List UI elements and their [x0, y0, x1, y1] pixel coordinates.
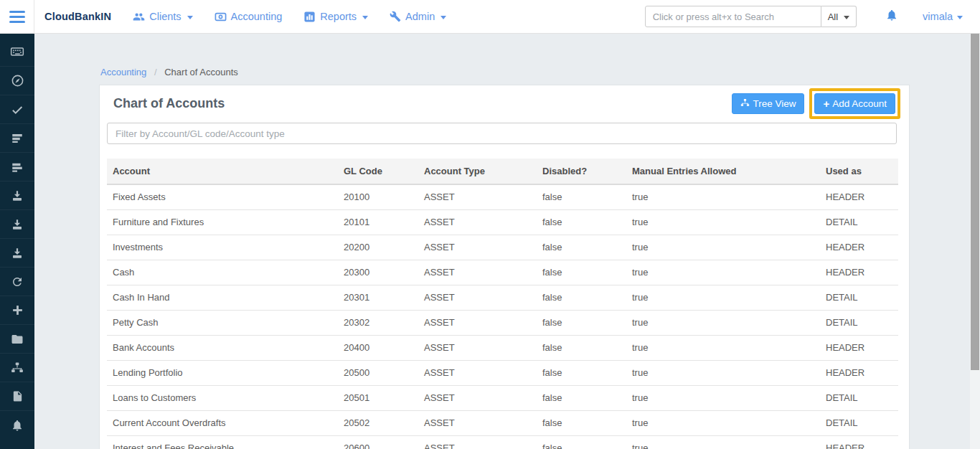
- cell-account-type: ASSET: [418, 385, 537, 410]
- breadcrumb-link-accounting[interactable]: Accounting: [100, 67, 146, 77]
- bell-icon: [11, 419, 24, 432]
- cell-account: Cash: [107, 260, 338, 285]
- bar-chart-icon: [303, 11, 316, 23]
- topbar-right: All vimala: [645, 6, 980, 27]
- cell-used-as: HEADER: [820, 360, 898, 385]
- sidebar-item-add[interactable]: [0, 296, 34, 324]
- table-row[interactable]: Current Account Overdrafts 20502 ASSET f…: [107, 410, 898, 435]
- vertical-scrollbar-track[interactable]: [970, 34, 980, 449]
- sidebar-item-keyboard[interactable]: [0, 37, 34, 66]
- cell-used-as: DETAIL: [820, 385, 898, 410]
- col-header-account-type: Account Type: [418, 159, 537, 184]
- chevron-down-icon: [187, 16, 193, 19]
- sidebar-toggle-button[interactable]: [0, 0, 34, 34]
- sidebar-item-download-3[interactable]: [0, 238, 34, 267]
- cell-gl-code: 20501: [338, 385, 418, 410]
- hamburger-icon: [9, 11, 25, 23]
- cell-account: Bank Accounts: [107, 335, 338, 360]
- table-row[interactable]: Petty Cash 20302 ASSET false true DETAIL: [107, 310, 898, 335]
- action-highlight-box: + Add Account: [809, 88, 900, 119]
- search-scope-select[interactable]: All: [821, 6, 857, 27]
- sidebar-item-refresh[interactable]: [0, 267, 34, 296]
- cell-disabled: false: [537, 435, 626, 449]
- cell-account-type: ASSET: [418, 209, 537, 235]
- download-icon: [11, 218, 24, 231]
- sidebar-item-download-1[interactable]: [0, 181, 34, 209]
- cell-manual-entries: true: [626, 260, 820, 285]
- cell-disabled: false: [537, 335, 626, 360]
- cell-used-as: HEADER: [820, 435, 898, 449]
- table-row[interactable]: Furniture and Fixtures 20101 ASSET false…: [107, 209, 898, 235]
- cell-account: Fixed Assets: [107, 184, 338, 209]
- cell-manual-entries: true: [626, 209, 820, 235]
- nav-item-clients[interactable]: Clients: [133, 11, 192, 23]
- cell-account-type: ASSET: [418, 335, 537, 360]
- nav-item-reports[interactable]: Reports: [303, 11, 368, 23]
- cell-account: Current Account Overdrafts: [107, 410, 338, 435]
- chevron-down-icon: [844, 16, 849, 19]
- cell-account-type: ASSET: [418, 235, 537, 260]
- users-icon: [133, 11, 145, 23]
- cell-gl-code: 20300: [338, 260, 418, 285]
- search-input[interactable]: [645, 6, 821, 27]
- cell-account: Cash In Hand: [107, 285, 338, 310]
- breadcrumb: Accounting / Chart of Accounts: [100, 67, 238, 77]
- col-header-account: Account: [107, 159, 338, 184]
- user-menu[interactable]: vimala: [923, 11, 963, 22]
- check-icon: [11, 103, 24, 116]
- cell-account-type: ASSET: [418, 310, 537, 335]
- col-header-manual-entries: Manual Entries Allowed: [626, 159, 820, 184]
- cell-account-type: ASSET: [418, 184, 537, 209]
- sidebar-item-folder[interactable]: [0, 324, 34, 353]
- sidebar-item-bell[interactable]: [0, 410, 34, 439]
- account-filter-input[interactable]: [107, 123, 897, 144]
- nav-label: Reports: [320, 11, 357, 22]
- chevron-down-icon: [957, 16, 963, 19]
- table-row[interactable]: Interest and Fees Receivable 20600 ASSET…: [107, 435, 898, 449]
- sidebar-item-compass[interactable]: [0, 66, 34, 95]
- tree-view-button[interactable]: Tree View: [732, 93, 804, 114]
- chevron-down-icon: [440, 16, 446, 19]
- nav-item-accounting[interactable]: Accounting: [215, 11, 283, 23]
- sidebar-item-list-alt[interactable]: [0, 152, 34, 181]
- bell-icon: [885, 9, 898, 24]
- sidebar-item-file[interactable]: [0, 382, 34, 410]
- tree-view-label: Tree View: [753, 98, 796, 109]
- username: vimala: [923, 11, 953, 22]
- vertical-scrollbar-thumb[interactable]: [971, 34, 979, 370]
- nav-label: Admin: [405, 11, 435, 22]
- sidebar-item-list[interactable]: [0, 123, 34, 152]
- cell-used-as: DETAIL: [820, 310, 898, 335]
- cell-manual-entries: true: [626, 184, 820, 209]
- cell-gl-code: 20301: [338, 285, 418, 310]
- cell-gl-code: 20600: [338, 435, 418, 449]
- breadcrumb-current: Chart of Accounts: [164, 67, 238, 77]
- nav-item-admin[interactable]: Admin: [390, 11, 446, 22]
- table-row[interactable]: Lending Portfolio 20500 ASSET false true…: [107, 360, 898, 385]
- compass-icon: [11, 74, 24, 88]
- cell-gl-code: 20200: [338, 235, 418, 260]
- sidebar-item-check[interactable]: [0, 95, 34, 123]
- cell-used-as: DETAIL: [820, 209, 898, 235]
- table-row[interactable]: Bank Accounts 20400 ASSET false true HEA…: [107, 335, 898, 360]
- table-row[interactable]: Cash 20300 ASSET false true HEADER: [107, 260, 898, 285]
- col-header-disabled: Disabled?: [537, 159, 626, 184]
- sidebar-item-sitemap[interactable]: [0, 353, 34, 382]
- cell-gl-code: 20302: [338, 310, 418, 335]
- cell-manual-entries: true: [626, 285, 820, 310]
- cell-manual-entries: true: [626, 435, 820, 449]
- table-row[interactable]: Loans to Customers 20501 ASSET false tru…: [107, 385, 898, 410]
- app-logo[interactable]: CloudBankIN: [44, 11, 111, 22]
- money-icon: [215, 11, 227, 23]
- table-row[interactable]: Fixed Assets 20100 ASSET false true HEAD…: [107, 184, 898, 209]
- cell-disabled: false: [537, 260, 626, 285]
- add-account-button[interactable]: + Add Account: [814, 93, 895, 114]
- cell-account-type: ASSET: [418, 410, 537, 435]
- page: CloudBankIN Clients Accounting Reports: [0, 0, 980, 449]
- cell-used-as: DETAIL: [820, 410, 898, 435]
- sidebar-item-download-2[interactable]: [0, 209, 34, 238]
- table-row[interactable]: Investments 20200 ASSET false true HEADE…: [107, 235, 898, 260]
- global-search: All: [645, 6, 857, 27]
- table-row[interactable]: Cash In Hand 20301 ASSET false true DETA…: [107, 285, 898, 310]
- notifications-button[interactable]: [885, 9, 898, 24]
